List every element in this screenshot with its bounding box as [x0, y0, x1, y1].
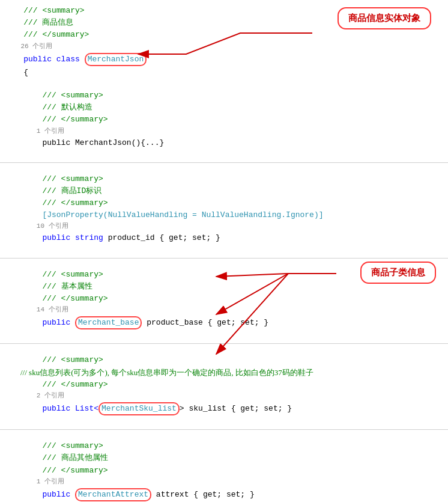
code-line-l6: {: [0, 67, 448, 79]
code-line-l33: /// <summary>: [0, 440, 448, 452]
code-line-l19: public string product_id { get; set; }: [0, 232, 448, 244]
code-line-l7: [0, 79, 448, 90]
code-line-l11: 1 个引用: [0, 126, 448, 137]
code-line-l14: /// <summary>: [0, 173, 448, 185]
code-line-l4: 26 个引用: [0, 41, 448, 52]
code-line-l18: 10 个引用: [0, 221, 448, 232]
code-line-l35: /// </summary>: [0, 465, 448, 477]
code-line-sep4: [0, 429, 448, 440]
code-line-l24: 14 个引用: [0, 305, 448, 316]
code-line-l23: /// </summary>: [0, 293, 448, 305]
code-line-l29: /// </summary>: [0, 379, 448, 391]
code-line-l5: public class MerchantJson: [0, 52, 448, 67]
product-info-bubble: 商品信息实体对象: [338, 7, 431, 29]
sub-info-bubble: 商品子类信息: [360, 262, 436, 284]
code-line-l28: /// sku信息列表(可为多个), 每个sku信息串即为一个确定的商品, 比如…: [0, 367, 448, 379]
code-line-l3: /// </summary>: [0, 29, 448, 41]
code-line-l15: /// 商品ID标识: [0, 185, 448, 197]
code-line-l30: 2 个引用: [0, 391, 448, 402]
code-line-l10: /// </summary>: [0, 114, 448, 126]
code-line-l17: [JsonProperty(NullValueHandling = NullVa…: [0, 209, 448, 221]
code-line-l36: 1 个引用: [0, 477, 448, 488]
code-line-sep1: [0, 162, 448, 173]
code-line-l27: /// <summary>: [0, 354, 448, 366]
code-line-l37: public MerchantAttrext attrext { get; se…: [0, 488, 448, 502]
code-line-sep3: [0, 343, 448, 354]
code-lines-container: /// <summary> /// 商品信息 /// </summary> 26…: [0, 5, 448, 502]
code-line-l32: [0, 416, 448, 427]
code-line-l25: public Merchant_base product_base { get;…: [0, 316, 448, 330]
code-line-l34: /// 商品其他属性: [0, 452, 448, 464]
code-line-l26: [0, 330, 448, 341]
code-line-l9: /// 默认构造: [0, 102, 448, 114]
code-line-l13: [0, 149, 448, 160]
code-line-l31: public List<MerchantSku_list> sku_list {…: [0, 402, 448, 416]
code-line-l20: [0, 245, 448, 256]
code-line-l12: public MerchantJson(){...}: [0, 137, 448, 149]
code-line-l16: /// </summary>: [0, 197, 448, 209]
code-view: 商品信息实体对象 商品子类信息 /// <summary> /// 商品信息 /…: [0, 0, 448, 502]
code-line-l8: /// <summary>: [0, 90, 448, 102]
